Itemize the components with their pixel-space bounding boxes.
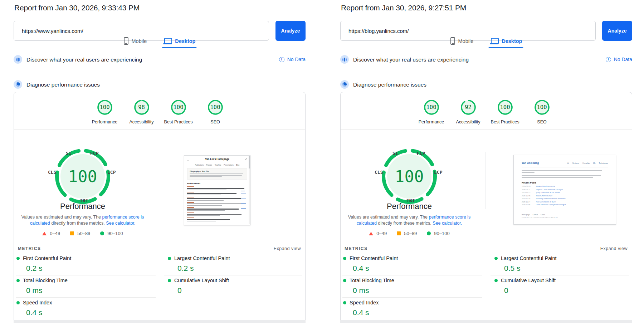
see-calculator-link[interactable]: See calculator. xyxy=(433,221,462,226)
metric-speed-index: Speed Index 0.4 s xyxy=(343,300,379,317)
category-scores-row: 100 Performance 92 Accessibility 100 Bes… xyxy=(341,99,632,124)
divider xyxy=(342,253,482,253)
score-legend: 0–49 50–89 90–100 xyxy=(18,231,147,236)
post-date: 2026-01-20 xyxy=(522,185,532,189)
next-section-edge xyxy=(340,320,632,323)
no-data-label: No Data xyxy=(287,57,306,62)
legend-average-range: 50–89 xyxy=(77,231,90,236)
metric-value: 0.4 s xyxy=(353,308,379,317)
metric-value: 0.2 s xyxy=(177,264,230,273)
metric-value: 0.4 s xyxy=(353,264,398,273)
gauge-category-label: Performance xyxy=(345,202,474,211)
legend-pass-icon xyxy=(427,231,431,235)
diagnose-section-header: Diagnose performance issues xyxy=(340,79,632,89)
desktop-laptop-icon xyxy=(490,38,498,44)
thumb-site-title: Yan Lin's Homepage xyxy=(184,158,250,160)
score-performance[interactable]: 100 Performance xyxy=(89,99,121,124)
legend-fail-range: 0–49 xyxy=(376,231,387,236)
post-date: 2025-11-08 xyxy=(522,204,532,207)
metric-tbt: Total Blocking Time 0 ms xyxy=(16,278,68,295)
post-link: New Generations of BERT xyxy=(536,201,556,204)
real-users-icon xyxy=(340,55,349,64)
expand-view-button[interactable]: Expand view xyxy=(14,246,301,251)
legend-pass-range: 90–100 xyxy=(107,231,123,236)
thumb-copyright: © 2026 Yan Lin. Content licensed under C… xyxy=(522,217,608,219)
metric-pass-icon xyxy=(16,279,20,282)
page-screenshot-thumbnail[interactable]: Yan Lin's Blog AI Systems Homelab ML Tec… xyxy=(513,155,616,225)
score-label: Accessibility xyxy=(456,119,480,124)
metric-cls: Cumulative Layout Shift 0 xyxy=(168,278,229,295)
no-data-link[interactable]: i No Data xyxy=(606,57,632,62)
metric-value: 0 xyxy=(177,286,229,295)
score-seo[interactable]: 100 SEO xyxy=(526,99,558,124)
metric-lcp: Largest Contentful Paint 0.5 s xyxy=(494,255,557,273)
metric-lcp: Largest Contentful Paint 0.2 s xyxy=(168,255,230,273)
post-date: 2025-11-14 xyxy=(522,201,532,204)
score-label: Best Practices xyxy=(491,119,519,124)
score-label: Best Practices xyxy=(164,119,193,124)
score-performance[interactable]: 100 Performance xyxy=(416,99,447,124)
see-calculator-link[interactable]: See calculator. xyxy=(106,221,135,226)
metric-pass-icon xyxy=(343,257,346,260)
score-accessibility[interactable]: 92 Accessibility xyxy=(453,99,484,124)
metric-fcp: First Contentful Paint 0.2 s xyxy=(16,255,71,273)
tab-mobile-label: Mobile xyxy=(458,38,474,44)
score-disclaimer: Values are estimated and may vary. The p… xyxy=(345,214,474,226)
metric-value: 0.5 s xyxy=(504,264,557,273)
device-tabs: Mobile Desktop xyxy=(14,37,306,48)
post-date: 2025-12-06 xyxy=(522,195,532,198)
divider xyxy=(486,152,486,209)
tab-desktop[interactable]: Desktop xyxy=(163,37,195,48)
diagnose-icon xyxy=(340,80,349,89)
score-value: 100 xyxy=(97,99,113,115)
metric-pass-icon xyxy=(494,279,498,282)
tab-mobile[interactable]: Mobile xyxy=(450,37,474,48)
thumb-nav: Publications Projects Teaching Presentat… xyxy=(184,164,250,166)
tab-desktop-label: Desktop xyxy=(502,38,522,44)
post-link: Encoding Relative Positions with RoPE xyxy=(536,197,566,201)
divider xyxy=(491,253,629,253)
tab-desktop[interactable]: Desktop xyxy=(490,37,522,48)
score-value: 98 xyxy=(134,99,150,115)
crux-title: Discover what your real users are experi… xyxy=(353,57,469,63)
divider xyxy=(342,297,482,298)
metric-pass-icon xyxy=(168,257,171,260)
legend-pass-range: 90–100 xyxy=(434,231,449,236)
score-value: 100 xyxy=(171,99,186,115)
diagnose-icon xyxy=(14,80,22,89)
score-label: SEO xyxy=(537,119,546,124)
expand-view-button[interactable]: Expand view xyxy=(340,246,628,251)
metric-pass-icon xyxy=(343,301,346,304)
crux-title: Discover what your real users are experi… xyxy=(26,57,142,63)
divider xyxy=(341,129,632,130)
tab-mobile[interactable]: Mobile xyxy=(124,37,147,48)
report-panel-right: Report from Jan 30, 2026, 9:27:51 PM Ana… xyxy=(340,0,632,323)
report-title: Report from Jan 30, 2026, 9:33:43 PM xyxy=(14,4,140,12)
divider xyxy=(16,253,156,253)
no-data-link[interactable]: i No Data xyxy=(279,57,306,62)
thumb-site-title: Yan Lin's Blog xyxy=(522,162,539,164)
score-seo[interactable]: 100 SEO xyxy=(200,99,231,124)
legend-fail-icon xyxy=(369,232,373,235)
metric-value: 0 ms xyxy=(26,286,68,295)
legend-average-icon xyxy=(397,231,401,235)
page-screenshot-thumbnail[interactable]: Yan Lin's Homepage Publications Projects… xyxy=(184,155,250,225)
score-best-practices[interactable]: 100 Best Practices xyxy=(489,99,521,124)
gauge-mark-lcp: LCP xyxy=(434,170,442,175)
thumbnail-scrollbar[interactable] xyxy=(249,156,250,224)
divider xyxy=(159,152,159,209)
crux-section-header: Discover what your real users are experi… xyxy=(14,54,306,70)
info-icon: i xyxy=(606,57,611,62)
legend-pass-icon xyxy=(100,231,104,235)
score-best-practices[interactable]: 100 Best Practices xyxy=(163,99,194,124)
post-link: MacOS Home Server xyxy=(536,195,552,198)
theme-toggle-icon xyxy=(245,158,247,160)
mobile-phone-icon xyxy=(450,37,455,45)
score-accessibility[interactable]: 98 Accessibility xyxy=(126,99,157,124)
active-tab-underline xyxy=(488,47,523,48)
score-label: Performance xyxy=(92,119,118,124)
thumb-footer-links: Homepage GitHub Email xyxy=(522,212,608,216)
thumb-nav: AI Systems Homelab ML Techniques xyxy=(567,162,608,164)
info-icon: i xyxy=(279,57,284,62)
score-label: Accessibility xyxy=(129,119,153,124)
